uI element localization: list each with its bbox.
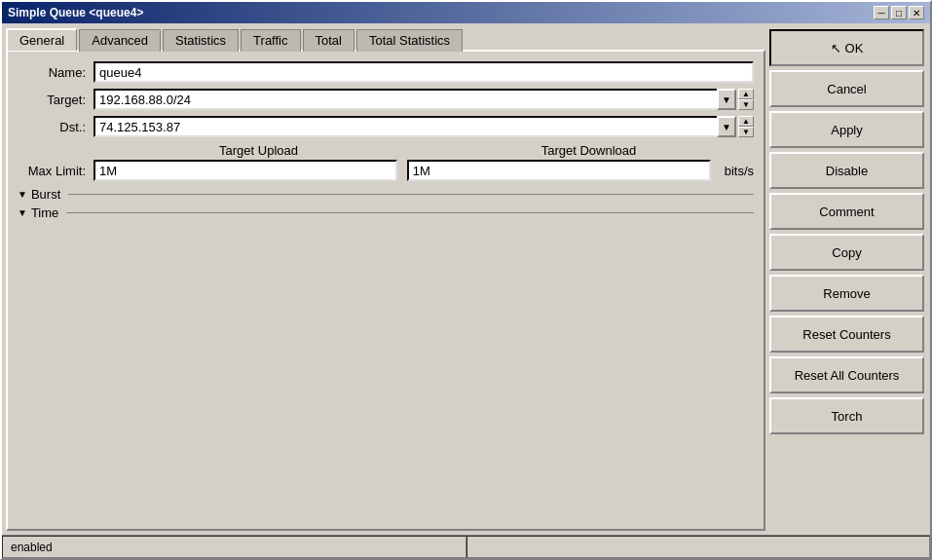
download-header: Target Download [424,143,754,158]
target-label: Target: [18,93,86,107]
max-limit-download-input[interactable] [407,160,711,181]
maximize-button[interactable]: □ [891,6,907,19]
time-arrow-icon: ▼ [18,207,27,218]
dst-input[interactable] [93,116,717,137]
target-input-group: ▼ [93,89,736,110]
torch-button[interactable]: Torch [769,397,924,434]
reset-all-counters-button[interactable]: Reset All Counters [769,356,924,393]
cancel-button[interactable]: Cancel [769,70,924,107]
target-row: Target: ▼ ▲ ▼ [18,89,754,110]
left-panel: General Advanced Statistics Traffic Tota… [2,23,769,535]
reset-counters-button[interactable]: Reset Counters [769,316,924,353]
max-limit-upload-input[interactable] [93,160,397,181]
tab-statistics[interactable]: Statistics [163,29,239,52]
target-dropdown-button[interactable]: ▼ [717,89,736,110]
name-row: Name: [18,61,754,83]
name-input[interactable] [93,61,754,83]
dst-input-group: ▼ [93,116,736,137]
spin-down-icon: ▼ [742,101,750,109]
burst-section: ▼ Burst [18,187,754,202]
status-bar: enabled [2,535,930,558]
tab-traffic[interactable]: Traffic [241,29,300,52]
target-input[interactable] [93,89,717,110]
comment-button[interactable]: Comment [769,193,924,230]
tab-total-statistics[interactable]: Total Statistics [356,29,463,52]
target-spin-buttons: ▲ ▼ [738,89,754,110]
tab-advanced[interactable]: Advanced [79,29,161,52]
remove-button[interactable]: Remove [769,275,924,312]
upload-header: Target Upload [93,143,424,158]
time-label: Time [31,205,58,220]
window-title: Simple Queue <queue4> [8,6,143,19]
target-spin-down[interactable]: ▼ [738,99,754,110]
tab-general[interactable]: General [6,28,77,51]
dst-spin-up[interactable]: ▲ [738,116,754,127]
copy-button[interactable]: Copy [769,234,924,271]
right-panel: ↖ OK Cancel Apply Disable Comment Copy R… [769,23,930,535]
spin-down-icon2: ▼ [742,129,750,136]
max-limit-label: Max Limit: [18,164,86,178]
minimize-button[interactable]: ─ [874,6,889,19]
burst-label: Burst [31,187,60,202]
title-bar: Simple Queue <queue4> ─ □ ✕ [2,2,930,23]
main-content: General Advanced Statistics Traffic Tota… [2,23,930,535]
bits-label: bits/s [725,164,754,178]
spin-up-icon: ▲ [742,91,750,98]
target-spin-up[interactable]: ▲ [738,89,754,99]
dropdown-arrow-icon: ▼ [722,94,731,105]
max-limit-inputs: bits/s [93,160,754,181]
dst-row: Dst.: ▼ ▲ ▼ [18,116,754,137]
main-window: Simple Queue <queue4> ─ □ ✕ General Adva… [0,0,932,560]
window-controls: ─ □ ✕ [874,6,924,19]
dst-spin-down[interactable]: ▼ [738,127,754,137]
time-divider [66,212,754,213]
dst-label: Dst.: [18,120,86,134]
status-text: enabled [2,536,466,558]
form-area: Name: Target: ▼ ▲ [6,50,765,531]
column-headers: Target Upload Target Download [18,143,754,158]
max-limit-row: Max Limit: bits/s [18,160,754,181]
tab-bar: General Advanced Statistics Traffic Tota… [2,23,769,50]
dst-spin-buttons: ▲ ▼ [738,116,754,137]
dropdown-arrow-icon2: ▼ [722,122,731,132]
disable-button[interactable]: Disable [769,152,924,189]
close-button[interactable]: ✕ [909,6,924,19]
name-label: Name: [18,65,86,80]
burst-divider [68,194,754,195]
spin-up-icon2: ▲ [742,118,750,126]
dst-dropdown-button[interactable]: ▼ [717,116,736,137]
ok-button[interactable]: ↖ OK [769,29,924,66]
time-section: ▼ Time [18,205,754,220]
tab-total[interactable]: Total [303,29,354,52]
burst-arrow-icon: ▼ [18,189,27,200]
ok-cursor-icon: ↖ [831,41,841,56]
apply-button[interactable]: Apply [769,111,924,148]
status-extra [466,536,931,558]
